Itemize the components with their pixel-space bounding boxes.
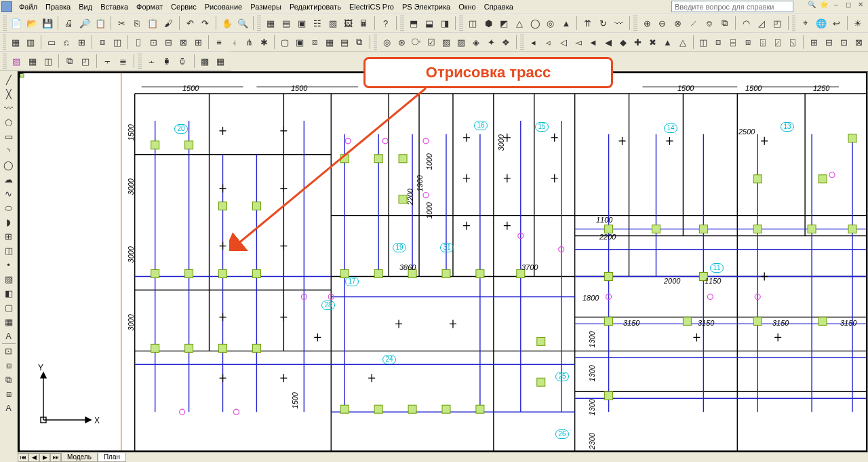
menu-electrics-pro[interactable]: ElectriCS Pro [345,1,398,12]
render-icon[interactable]: ☀ [851,16,865,31]
e26-icon[interactable]: ☑ [425,35,438,50]
e19-icon[interactable]: ⧇ [308,35,321,50]
e17-icon[interactable]: ▢ [278,35,292,50]
solid-wedge-icon[interactable]: ◩ [497,16,511,31]
tab-prev-icon[interactable]: ◀ [28,453,39,462]
point-icon[interactable]: • [1,258,16,272]
e50-icon[interactable]: ⊞ [807,35,821,50]
extra3-icon[interactable]: ⧉ [1,372,16,387]
e39-icon[interactable]: ✚ [631,35,645,50]
e38-icon[interactable]: ◆ [616,35,630,50]
mtext-icon[interactable]: A [1,329,16,343]
menu-insert[interactable]: Вставка [96,1,132,12]
toolbar-grip[interactable] [3,35,6,50]
toolbar-grip[interactable] [257,16,261,31]
chamfer3d-icon[interactable]: ◿ [755,16,769,31]
close-icon[interactable]: ✕ [856,1,865,10]
view-right-icon[interactable]: ◨ [437,16,452,31]
e9-icon[interactable]: ⊡ [146,35,160,50]
favorite-icon[interactable]: ⭐ [819,1,829,10]
e13-icon[interactable]: ≡ [212,35,226,50]
solid-cyl-icon[interactable]: ⬢ [481,16,496,31]
xline-icon[interactable]: ╳ [1,87,16,101]
toolbar-grip[interactable] [400,16,404,31]
ucs-world-icon[interactable]: 🌐 [814,16,828,31]
ellipse-icon[interactable]: ⬭ [1,201,16,215]
e10-icon[interactable]: ⊟ [161,35,175,50]
solid-torus-icon[interactable]: ◎ [544,16,558,31]
menu-format[interactable]: Формат [132,1,167,12]
e6-icon[interactable]: ⧈ [96,35,109,50]
e16-icon[interactable]: ✱ [257,35,271,50]
e11-icon[interactable]: ⊠ [176,35,190,50]
toolbar-grip[interactable] [3,54,7,69]
e41-icon[interactable]: ▲ [661,35,675,50]
e35-icon[interactable]: ◅ [572,35,585,50]
extrude-icon[interactable]: ⇈ [580,16,595,31]
e5-icon[interactable]: ⊞ [75,35,88,50]
e25-icon[interactable]: ⧃ [410,35,423,50]
e4-icon[interactable]: ⎌ [60,35,73,50]
interfere-icon[interactable]: ⧉ [717,16,732,31]
image-icon[interactable]: 🖼 [341,16,355,31]
e36-icon[interactable]: ◄ [587,35,600,50]
tab-plan[interactable]: План [98,453,126,462]
tab-last-icon[interactable]: ⏭ [50,453,61,462]
e7-icon[interactable]: ◫ [111,35,124,50]
revcloud-icon[interactable]: ☁ [1,172,16,187]
p2-icon[interactable]: ▦ [25,54,39,69]
e8-icon[interactable]: ⌷ [132,35,145,50]
p7-icon[interactable]: ≣ [116,54,130,69]
polygon-icon[interactable]: ⬠ [1,115,16,130]
paste-icon[interactable]: 📋 [146,16,160,31]
p3-icon[interactable]: ◫ [41,54,55,69]
spline-icon[interactable]: ∿ [1,187,16,201]
e20-icon[interactable]: ▦ [323,35,336,50]
p11-icon[interactable]: ▩ [198,54,212,69]
brush-icon[interactable]: 🖌 [161,16,176,31]
menu-help[interactable]: Справка [480,1,517,12]
ucs-icon[interactable]: ⌖ [798,16,812,31]
p4-icon[interactable]: ⧉ [62,54,77,69]
menu-view[interactable]: Вид [75,1,96,12]
e24-icon[interactable]: ⊛ [395,35,408,50]
redo-icon[interactable]: ↷ [199,16,213,31]
e22-icon[interactable]: ⧉ [353,35,366,50]
e27-icon[interactable]: ▧ [439,35,453,50]
solid-sphere-icon[interactable]: ◯ [528,16,542,31]
e52-icon[interactable]: ⊡ [837,35,850,50]
sweep-icon[interactable]: 〰 [612,16,626,31]
menu-dimensions[interactable]: Размеры [246,1,285,12]
e33-icon[interactable]: ◃ [542,35,555,50]
p10-icon[interactable]: ⧮ [176,54,190,69]
intersect-icon[interactable]: ⊗ [671,16,685,31]
menu-tools[interactable]: Сервис [167,1,201,12]
toolbar-grip[interactable] [374,35,377,50]
pline-icon[interactable]: 〰 [1,101,16,115]
solid-pyramid-icon[interactable]: ▲ [559,16,573,31]
extra2-icon[interactable]: ⧈ [1,358,16,372]
slice-icon[interactable]: ⟋ [686,16,701,31]
shell-icon[interactable]: ◰ [770,16,785,31]
arc-icon[interactable]: ◝ [1,144,16,158]
e32-icon[interactable]: ◂ [527,35,540,50]
print-icon[interactable]: 🖨 [62,16,76,31]
toolbar-grip[interactable] [459,16,463,31]
menu-modify[interactable]: Редактировать [285,1,345,12]
ellipsearc-icon[interactable]: ◗ [1,215,16,229]
e23-icon[interactable]: ◎ [380,35,393,50]
e42-icon[interactable]: △ [676,35,690,50]
toolbar-grip[interactable] [3,16,7,31]
e53-icon[interactable]: ⊠ [852,35,865,50]
copy-icon[interactable]: ⎘ [130,16,144,31]
preview-icon[interactable]: 🔎 [77,16,92,31]
layers-icon[interactable]: ▤ [279,16,294,31]
menu-edit[interactable]: Правка [41,1,75,12]
e2-icon[interactable]: ▥ [24,35,37,50]
p1-icon[interactable]: ▨ [9,54,24,69]
block-icon[interactable]: ▣ [295,16,309,31]
insert-icon[interactable]: ⊞ [1,229,16,244]
pan-icon[interactable]: ✋ [220,16,234,31]
search-icon[interactable]: 🔍 [807,1,816,10]
e30-icon[interactable]: ✦ [484,35,498,50]
